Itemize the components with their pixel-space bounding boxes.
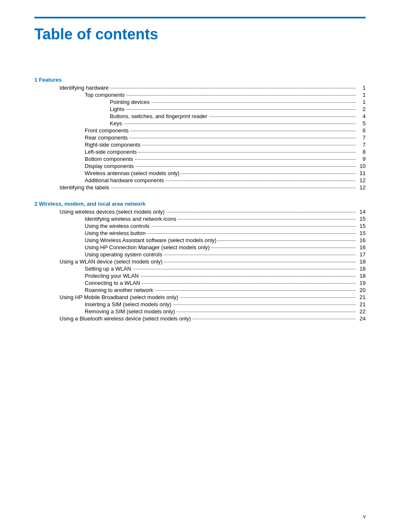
section-heading-2: 2 Wireless, modem, and local area networ… bbox=[34, 201, 366, 207]
toc-label: Additional hardware components bbox=[85, 177, 164, 183]
page-footer: v bbox=[363, 514, 366, 519]
toc-label: Inserting a SIM (select models only) bbox=[85, 301, 171, 307]
toc-dots bbox=[133, 269, 356, 269]
toc-entry: Identifying wireless and network icons15 bbox=[34, 216, 366, 222]
toc-entry: Using a WLAN device (select models only)… bbox=[34, 258, 366, 265]
toc-label: Display components bbox=[85, 163, 134, 169]
toc-label: Removing a SIM (select models only) bbox=[85, 308, 175, 315]
toc-entry: Roaming to another network20 bbox=[34, 287, 366, 293]
section-heading-1: 1 Features bbox=[34, 77, 366, 83]
toc-page: 19 bbox=[357, 280, 366, 286]
toc-dots bbox=[155, 290, 356, 291]
toc-entry: Using operating system controls17 bbox=[34, 251, 366, 258]
page-title: Table of contents bbox=[34, 25, 366, 43]
toc-entry: Identifying hardware1 bbox=[34, 85, 366, 91]
toc-page: 7 bbox=[357, 134, 366, 141]
toc-page: 24 bbox=[357, 315, 366, 322]
toc-page: 18 bbox=[357, 266, 366, 272]
toc-entry: Left-side components8 bbox=[34, 149, 366, 155]
toc-label: Using a Bluetooth wireless device (selec… bbox=[60, 315, 191, 322]
toc-page: 22 bbox=[357, 308, 366, 315]
toc-page: 21 bbox=[357, 294, 366, 300]
toc-entry: Buttons, switches, and fingerprint reade… bbox=[34, 113, 366, 119]
toc-page: 1 bbox=[357, 92, 366, 98]
toc-container: 1 FeaturesIdentifying hardware1Top compo… bbox=[34, 77, 366, 322]
toc-page: 15 bbox=[357, 230, 366, 236]
toc-entry: Connecting to a WLAN19 bbox=[34, 280, 366, 286]
toc-entry: Rear components7 bbox=[34, 134, 366, 141]
toc-label: Using the wireless controls bbox=[85, 223, 150, 229]
toc-label: Bottom components bbox=[85, 156, 133, 162]
toc-dots bbox=[110, 88, 356, 88]
toc-dots bbox=[180, 297, 356, 298]
toc-page: 7 bbox=[357, 142, 366, 148]
toc-dots bbox=[135, 159, 356, 160]
toc-label: Left-side components bbox=[85, 149, 137, 155]
toc-page: 21 bbox=[357, 301, 366, 307]
toc-page: 8 bbox=[357, 149, 366, 155]
toc-page: 16 bbox=[357, 237, 366, 243]
toc-dots bbox=[164, 262, 356, 262]
toc-label: Identifying wireless and network icons bbox=[85, 216, 176, 222]
toc-page: 12 bbox=[357, 177, 366, 183]
toc-dots bbox=[147, 233, 356, 234]
toc-page: 10 bbox=[357, 163, 366, 169]
toc-entry: Keys5 bbox=[34, 120, 366, 127]
toc-label: Using Wireless Assistant software (selec… bbox=[85, 237, 216, 243]
toc-dots bbox=[140, 276, 356, 276]
toc-dots bbox=[209, 116, 356, 117]
toc-label: Protecting your WLAN bbox=[85, 273, 139, 279]
toc-label: Connecting to a WLAN bbox=[85, 280, 140, 286]
section-2: 2 Wireless, modem, and local area networ… bbox=[34, 201, 366, 322]
toc-page: 1 bbox=[357, 99, 366, 105]
toc-dots bbox=[177, 312, 356, 312]
toc-label: Lights bbox=[110, 106, 125, 112]
toc-dots bbox=[218, 240, 356, 241]
toc-page: 15 bbox=[357, 216, 366, 222]
toc-dots bbox=[178, 219, 356, 220]
toc-dots bbox=[111, 188, 356, 188]
toc-label: Front components bbox=[85, 127, 129, 134]
toc-entry: Removing a SIM (select models only)22 bbox=[34, 308, 366, 315]
toc-entry: Lights2 bbox=[34, 106, 366, 112]
toc-entry: Display components10 bbox=[34, 163, 366, 169]
toc-dots bbox=[142, 283, 356, 284]
toc-dots bbox=[164, 255, 356, 255]
toc-label: Using HP Connection Manager (select mode… bbox=[85, 244, 210, 251]
toc-entry: Front components6 bbox=[34, 127, 366, 134]
toc-entry: Using HP Mobile Broadband (select models… bbox=[34, 294, 366, 300]
toc-page: 1 bbox=[357, 85, 366, 91]
toc-label: Buttons, switches, and fingerprint reade… bbox=[110, 113, 208, 119]
toc-entry: Using a Bluetooth wireless device (selec… bbox=[34, 315, 366, 322]
toc-dots bbox=[130, 131, 356, 131]
toc-label: Using wireless devices (select models on… bbox=[60, 209, 165, 215]
toc-dots bbox=[181, 173, 356, 174]
toc-label: Pointing devices bbox=[110, 99, 150, 105]
toc-page: 17 bbox=[357, 251, 366, 258]
toc-dots bbox=[193, 319, 356, 319]
toc-dots bbox=[173, 305, 356, 305]
section-1: 1 FeaturesIdentifying hardware1Top compo… bbox=[34, 77, 366, 191]
toc-page: 18 bbox=[357, 258, 366, 265]
toc-label: Rear components bbox=[85, 134, 128, 141]
toc-entry: Setting up a WLAN18 bbox=[34, 266, 366, 272]
toc-entry: Inserting a SIM (select models only)21 bbox=[34, 301, 366, 307]
toc-label: Using the wireless button bbox=[85, 230, 145, 236]
toc-page: 16 bbox=[357, 244, 366, 251]
toc-entry: Identifying the labels12 bbox=[34, 184, 366, 191]
top-border bbox=[34, 17, 366, 18]
toc-dots bbox=[151, 226, 356, 227]
toc-entry: Top components1 bbox=[34, 92, 366, 98]
toc-page: 2 bbox=[357, 106, 366, 112]
toc-label: Using operating system controls bbox=[85, 251, 162, 258]
toc-dots bbox=[142, 145, 356, 145]
toc-entry: Wireless antennas (select models only)11 bbox=[34, 170, 366, 176]
toc-page: 11 bbox=[357, 170, 366, 176]
toc-page: 4 bbox=[357, 113, 366, 119]
toc-entry: Additional hardware components12 bbox=[34, 177, 366, 183]
toc-entry: Using Wireless Assistant software (selec… bbox=[34, 237, 366, 243]
toc-label: Top components bbox=[85, 92, 125, 98]
toc-label: Keys bbox=[110, 120, 122, 127]
toc-dots bbox=[130, 138, 356, 138]
toc-entry: Using the wireless controls15 bbox=[34, 223, 366, 229]
